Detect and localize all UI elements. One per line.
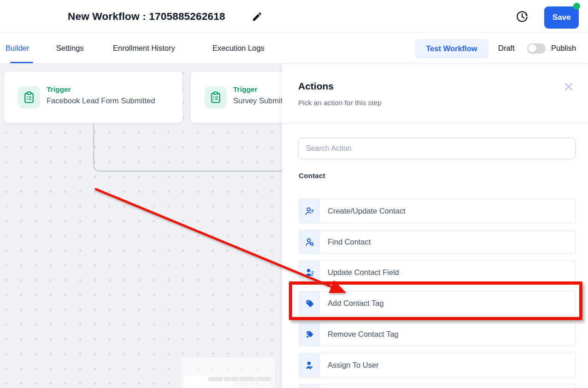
trigger-card-facebook-lead[interactable]: Trigger Facebook Lead Form Submitted — [4, 71, 183, 123]
panel-divider — [282, 123, 588, 124]
edit-title-pencil-icon[interactable] — [252, 11, 263, 22]
close-icon[interactable] — [564, 82, 573, 91]
trigger-name: Survey Submitted — [233, 96, 282, 105]
tag-remove-icon — [299, 322, 320, 346]
active-tab-underline — [10, 62, 33, 63]
toggle-knob — [528, 44, 536, 53]
search-action-input[interactable] — [298, 137, 576, 159]
workflow-title: New Workflow : 1705885262618 — [68, 0, 225, 33]
blurred-pill — [208, 377, 223, 381]
user-check-icon — [299, 353, 320, 377]
workflow-builder-screen: New Workflow : 1705885262618 Save Builde… — [0, 0, 588, 388]
history-clock-icon[interactable] — [515, 10, 529, 24]
clipboard-icon — [205, 86, 227, 108]
action-item-find-contact[interactable]: Find Contact — [299, 230, 576, 254]
workflow-canvas[interactable]: Trigger Facebook Lead Form Submitted Tri… — [0, 64, 282, 388]
test-workflow-button[interactable]: Test Workflow — [415, 39, 488, 59]
user-filled-lines-icon — [299, 261, 320, 284]
user-search-icon — [299, 230, 320, 254]
tab-execution-logs[interactable]: Execution Logs — [212, 33, 265, 63]
trigger-type-label: Trigger — [47, 85, 176, 94]
action-item-update-contact-field[interactable]: Update Contact Field — [299, 260, 576, 285]
tab-builder[interactable]: Builder — [6, 33, 29, 63]
publish-toggle[interactable] — [527, 43, 546, 54]
blurred-pill — [240, 377, 255, 381]
tab-settings[interactable]: Settings — [56, 33, 84, 63]
tab-enrollment-history[interactable]: Enrollment History — [113, 33, 175, 63]
panel-subtitle: Pick an action for this step — [298, 99, 382, 107]
action-icon — [299, 384, 320, 388]
actions-panel: Actions Pick an action for this step Con… — [282, 64, 588, 388]
panel-title: Actions — [298, 81, 334, 92]
unsaved-changes-dot — [573, 3, 580, 10]
section-label-contact: Contact — [299, 172, 325, 180]
action-item-assign-to-user[interactable]: Assign To User — [299, 353, 576, 377]
blurred-pill — [232, 377, 239, 381]
action-item-add-contact-tag[interactable]: Add Contact Tag — [299, 291, 576, 316]
tab-bar: Builder Settings Enrollment History Exec… — [0, 33, 588, 64]
trigger-card-survey[interactable]: Trigger Survey Submitted — [190, 71, 282, 123]
top-header: New Workflow : 1705885262618 Save — [0, 0, 588, 33]
user-lines-icon — [299, 199, 320, 223]
blurred-pill — [224, 377, 231, 381]
action-item-create-update-contact[interactable]: Create/Update Contact — [299, 199, 576, 223]
save-button[interactable]: Save — [544, 6, 579, 29]
tag-icon — [299, 292, 320, 315]
draft-label: Draft — [498, 33, 515, 63]
publish-label: Publish — [551, 33, 576, 63]
trigger-name: Facebook Lead Form Submitted — [47, 96, 176, 105]
blurred-pill — [256, 377, 271, 381]
action-item-remove-contact-tag[interactable]: Remove Contact Tag — [299, 322, 576, 346]
action-item-partial[interactable] — [299, 384, 576, 388]
clipboard-icon — [18, 86, 40, 108]
trigger-type-label: Trigger — [233, 85, 282, 94]
